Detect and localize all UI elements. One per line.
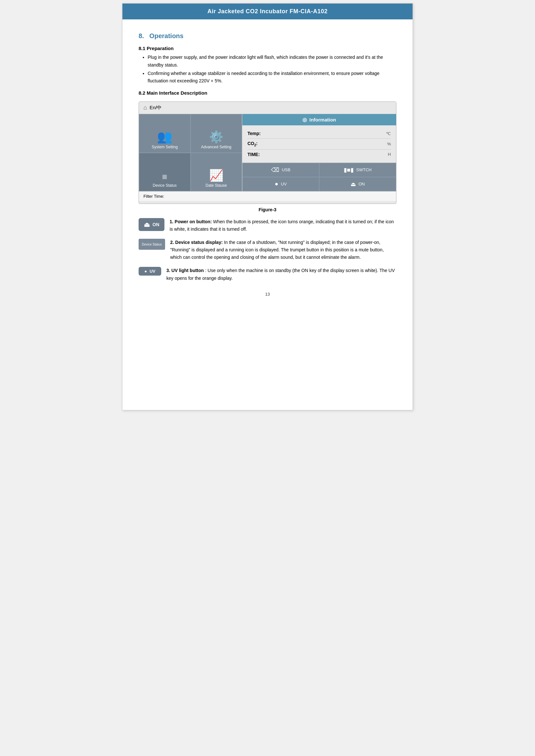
- bullet-item-2: Confirming whether a voltage stabilizer …: [148, 70, 396, 85]
- uv-button[interactable]: ● UV: [242, 177, 319, 191]
- uv-label: UV: [281, 182, 287, 186]
- co2-key: CO2:: [247, 141, 258, 147]
- filter-label: Filter Time:: [143, 194, 164, 199]
- item-row-1: ⏏ ON 1. Power on button: When the button…: [139, 218, 396, 233]
- uv-demo-icon: ●: [144, 269, 147, 274]
- switch-icon: ▮■▮: [344, 166, 354, 174]
- item-row-3: ● UV 3. UV light button : Use only when …: [139, 267, 396, 282]
- uv-button-demo: ● UV: [139, 267, 161, 276]
- item-row-2: Device Status 2. Device status display: …: [139, 239, 396, 261]
- users-icon: 👥: [157, 130, 172, 143]
- item-2-title: 2. Device status display:: [170, 240, 223, 245]
- date-status-label: Date Stause: [206, 183, 227, 188]
- switch-label: SWTCH: [356, 167, 372, 172]
- device-icon: ■: [162, 172, 167, 181]
- figure-label: Figure-3: [139, 207, 396, 212]
- device-status-cell[interactable]: ■ Device Status: [139, 153, 191, 191]
- info-row-temp: Temp: ℃: [247, 128, 391, 139]
- on-button-demo: ⏏ ON: [139, 218, 164, 231]
- interface-header: ⌂ En/中: [139, 102, 396, 114]
- device-status-label: Device Status: [153, 183, 177, 188]
- device-status-demo: Device Status: [139, 239, 165, 250]
- filter-row: Filter Time:: [139, 191, 396, 201]
- page-content: 8. Operations 8.1 Preparation Plug in th…: [123, 19, 412, 310]
- info-row-time: TIME: H: [247, 150, 391, 159]
- section-title: 8. Operations: [139, 32, 396, 40]
- item-1-title: 1. Power on button:: [170, 219, 212, 224]
- info-panel: ◎ Information Temp: ℃ CO2: % TI: [242, 114, 396, 191]
- on-label: ON: [359, 182, 365, 186]
- co2-val: %: [387, 142, 391, 146]
- temp-key: Temp:: [247, 131, 261, 136]
- page-header: Air Jacketed CO2 Incubator FM-CIA-A102: [123, 4, 412, 19]
- usb-icon: ⌫: [271, 166, 279, 174]
- info-rows: Temp: ℃ CO2: % TIME: H: [242, 126, 396, 162]
- interface-header-text: En/中: [150, 105, 162, 111]
- bullet-list-8-1: Plug in the power supply, and the power …: [148, 54, 396, 85]
- item-3-icon-box: ● UV: [139, 267, 161, 276]
- advanced-setting-cell[interactable]: ⚙️ Advanced Setting: [191, 114, 242, 153]
- time-key: TIME:: [247, 152, 260, 157]
- item-3-title: 3. UV light button: [166, 268, 204, 273]
- button-row: ⌫ USB ▮■▮ SWTCH ● UV ⏏ O: [242, 162, 396, 191]
- uv-icon: ●: [275, 181, 278, 187]
- item-3-text: 3. UV light button : Use only when the m…: [166, 267, 396, 282]
- system-setting-label: System Setting: [152, 145, 178, 149]
- chart-icon: 📈: [209, 170, 224, 181]
- page-number: 13: [139, 292, 396, 296]
- usb-label: USB: [282, 167, 291, 172]
- power-demo-icon: ⏏: [144, 221, 150, 228]
- item-1-icon-box: ⏏ ON: [139, 218, 164, 231]
- date-status-cell[interactable]: 📈 Date Stause: [191, 153, 242, 191]
- usb-button[interactable]: ⌫ USB: [242, 163, 319, 177]
- subsection-8-2-title: 8.2 Main Interface Description: [139, 90, 396, 96]
- info-circle-icon: ◎: [302, 117, 307, 123]
- item-2-text: 2. Device status display: In the case of…: [170, 239, 396, 261]
- home-icon: ⌂: [143, 104, 147, 111]
- gear-icon: ⚙️: [209, 131, 224, 143]
- system-setting-cell[interactable]: 👥 System Setting: [139, 114, 191, 153]
- device-status-mini-label: Device Status: [142, 243, 162, 246]
- subsection-8-1-title: 8.1 Preparation: [139, 45, 396, 51]
- item-2-icon-box: Device Status: [139, 239, 165, 250]
- info-row-co2: CO2: %: [247, 139, 391, 150]
- temp-val: ℃: [386, 131, 391, 136]
- switch-button[interactable]: ▮■▮ SWTCH: [319, 163, 396, 177]
- interface-body: 👥 System Setting ⚙️ Advanced Setting ■ D…: [139, 114, 396, 191]
- on-btn-label: ON: [153, 222, 159, 227]
- page: Air Jacketed CO2 Incubator FM-CIA-A102 8…: [122, 3, 413, 410]
- info-header: ◎ Information: [242, 114, 396, 126]
- info-header-text: Information: [309, 117, 336, 123]
- interface-box: ⌂ En/中 👥 System Setting ⚙️ Advanced Sett…: [139, 101, 396, 204]
- icon-grid: 👥 System Setting ⚙️ Advanced Setting ■ D…: [139, 114, 242, 191]
- power-icon: ⏏: [351, 181, 356, 188]
- advanced-setting-label: Advanced Setting: [201, 145, 231, 149]
- uv-btn-label: UV: [150, 269, 155, 274]
- bullet-item-1: Plug in the power supply, and the power …: [148, 54, 396, 69]
- time-val: H: [388, 152, 391, 157]
- item-1-text: 1. Power on button: When the button is p…: [170, 218, 396, 233]
- page-title: Air Jacketed CO2 Incubator FM-CIA-A102: [208, 8, 327, 14]
- on-button[interactable]: ⏏ ON: [319, 177, 396, 191]
